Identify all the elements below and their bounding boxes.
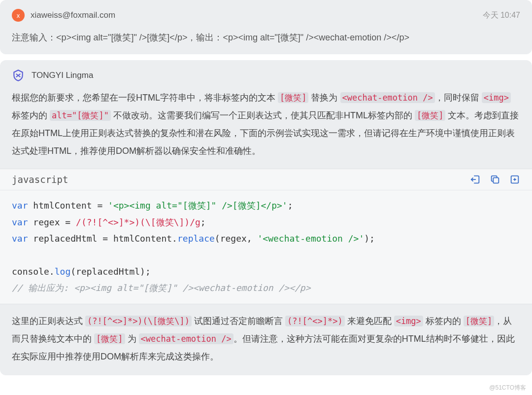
code-text: (regex, <box>215 233 258 244</box>
svg-rect-0 <box>493 178 499 183</box>
code-token-weixiao: [微笑] <box>94 333 125 344</box>
code-method: replace <box>177 233 215 244</box>
code-regex: /(?![^<>]*>)(\[微笑\])/g <box>76 217 200 227</box>
code-text: replacedHtml = htmlContent. <box>28 233 177 244</box>
new-file-icon[interactable] <box>509 174 520 185</box>
ai-text: 标签内的 <box>12 110 50 120</box>
code-token-regex: (?![^<>]*>)(\[微笑\]) <box>85 316 192 326</box>
code-token-wechat-emotion: <wechat-emotion /> <box>139 333 233 344</box>
code-token-weixiao: [微笑] <box>415 110 445 121</box>
code-language-label: javascript <box>12 174 68 185</box>
ai-text: 为 <box>125 334 139 344</box>
code-keyword: var <box>12 233 28 244</box>
ai-avatar-icon <box>12 69 25 82</box>
user-message: x xiaweiss@foxmail.com 今天 10:47 注意输入：<p>… <box>0 0 532 54</box>
code-token-regex-neg: (?![^<>]*>) <box>285 316 345 326</box>
user-email: xiaweiss@foxmail.com <box>31 10 115 20</box>
user-input-sample: <p><img alt="[微笑]" />[微笑]</p> <box>56 33 187 42</box>
copy-code-icon[interactable] <box>490 174 500 185</box>
code-token-img: <img> <box>482 92 511 103</box>
code-token-img: <img> <box>394 316 423 326</box>
ai-text: ，同时保留 <box>435 93 482 103</box>
code-content[interactable]: var htmlContent = '<p><img alt="[微笑]" />… <box>0 190 532 304</box>
ai-message-body: 根据您的新要求，您希望在一段HTML字符串中，将非标签内的文本 [微笑] 替换为… <box>0 89 532 169</box>
user-info: x xiaweiss@foxmail.com <box>12 9 115 22</box>
ai-text: 根据您的新要求，您希望在一段HTML字符串中，将非标签内的文本 <box>12 93 278 103</box>
code-string: '<wechat-emotion />' <box>258 233 365 244</box>
ai-name: TONGYI Lingma <box>32 71 93 80</box>
user-message-header: x xiaweiss@foxmail.com 今天 10:47 <box>12 9 520 22</box>
code-string: '<p><img alt="[微笑]" />[微笑]</p>' <box>108 200 288 211</box>
code-keyword: var <box>12 217 28 227</box>
user-output-sample: <p><img alt="[微笑]" /><wechat-emotion /><… <box>223 33 409 42</box>
code-token-wechat-emotion: <wechat-emotion /> <box>340 92 435 103</box>
ai-explanation: 这里的正则表达式 (?![^<>]*>)(\[微笑\]) 试图通过否定前瞻断言 … <box>0 304 532 375</box>
code-token-alt: alt="[微笑]" <box>50 110 111 121</box>
watermark: @51CTO博客 <box>489 384 526 392</box>
message-timestamp: 今天 10:47 <box>483 10 520 21</box>
ai-text: 不做改动。这需要我们编写一个正则表达式，使其只匹配非HTML标签内部的 <box>111 110 415 120</box>
insert-code-icon[interactable] <box>470 174 481 185</box>
code-text: regex = <box>28 217 76 227</box>
code-text: htmlContent = <box>28 200 108 211</box>
user-avatar: x <box>12 9 25 22</box>
user-text-prefix: 注意输入： <box>12 33 56 42</box>
code-comment: // 输出应为: <p><img alt="[微笑]" /><wechat-em… <box>12 283 311 293</box>
user-text-mid: ，输出： <box>187 33 223 42</box>
code-token-weixiao: [微笑] <box>278 92 308 103</box>
code-text: (replacedHtml); <box>70 266 151 277</box>
ai-text: 来避免匹配 <box>345 316 394 326</box>
user-message-body: 注意输入：<p><img alt="[微笑]" />[微笑]</p>，输出：<p… <box>12 30 520 45</box>
ai-text: 标签内的 <box>423 316 464 326</box>
ai-message-header: TONGYI Lingma <box>0 69 532 89</box>
ai-text: 替换为 <box>308 93 340 103</box>
code-text: ); <box>364 233 375 244</box>
code-token-weixiao: [微笑] <box>464 316 494 326</box>
ai-text: 试图通过否定前瞻断言 <box>192 316 285 326</box>
code-method: log <box>55 266 71 277</box>
ai-text: 这里的正则表达式 <box>12 316 85 326</box>
code-text: console. <box>12 266 55 277</box>
code-block: javascript var htmlContent = '<p><img al… <box>0 169 532 304</box>
code-block-header: javascript <box>0 169 532 190</box>
ai-message: TONGYI Lingma 根据您的新要求，您希望在一段HTML字符串中，将非标… <box>0 60 532 375</box>
code-keyword: var <box>12 200 28 211</box>
code-actions <box>470 174 520 185</box>
